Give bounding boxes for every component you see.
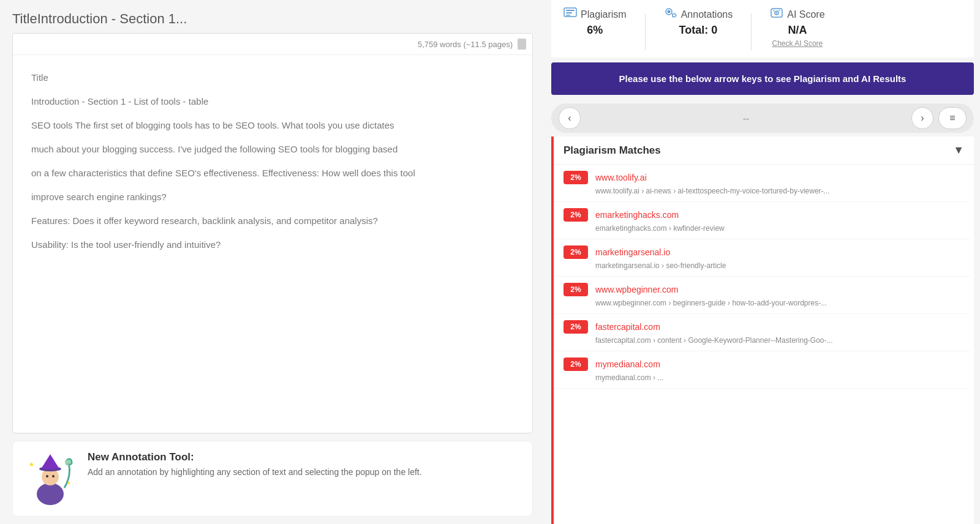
plagiarism-value: 6% (587, 24, 603, 37)
annotations-header: Annotations (664, 7, 733, 21)
annotations-icon (664, 7, 677, 21)
doc-toolbar: 5,759 words (~11.5 pages) (13, 34, 532, 55)
match-path-2: marketingarsenal.io › seo-friendly-artic… (564, 261, 960, 270)
match-path-5: mymedianal.com › ... (564, 373, 960, 382)
left-panel: TitleIntroduction - Section 1... 5,759 w… (0, 0, 545, 524)
annotation-text-block: New Annotation Tool: Add an annotation b… (88, 451, 422, 477)
match-badge-1: 2% (564, 208, 588, 222)
match-badge-2: 2% (564, 245, 588, 259)
ai-score-value: N/A (788, 24, 807, 37)
matches-header: Plagiarism Matches ▼ (554, 137, 974, 165)
match-badge-3: 2% (564, 283, 588, 296)
match-url-1[interactable]: emarketinghacks.com (595, 210, 679, 220)
match-item[interactable]: 2% fastercapital.com fastercapital.com ›… (554, 314, 970, 351)
match-item[interactable]: 2% marketingarsenal.io marketingarsenal.… (554, 239, 970, 277)
ai-score-header: AI Score (770, 7, 824, 21)
match-url-5[interactable]: mymedianal.com (595, 359, 660, 369)
match-url-4[interactable]: fastercapital.com (595, 322, 660, 332)
ai-score-icon (770, 7, 783, 21)
plagiarism-stat: Plagiarism 6% (564, 7, 627, 37)
prev-button[interactable]: ‹ (559, 107, 581, 129)
svg-text:✦: ✦ (67, 481, 71, 486)
match-item[interactable]: 2% www.wpbeginner.com www.wpbeginner.com… (554, 277, 970, 314)
match-badge-0: 2% (564, 171, 588, 184)
match-path-3: www.wpbeginner.com › beginners-guide › h… (564, 299, 960, 307)
match-path-1: emarketinghacks.com › kwfinder-review (564, 224, 960, 233)
doc-line-1: Title (31, 67, 514, 88)
annotations-label: Annotations (681, 9, 733, 20)
plagiarism-header: Plagiarism (564, 7, 627, 21)
matches-container: Plagiarism Matches ▼ 2% www.toolify.ai w… (551, 137, 974, 524)
matches-dropdown-icon[interactable]: ▼ (953, 144, 964, 157)
nav-menu-button[interactable]: ≡ (938, 107, 967, 129)
match-badge-4: 2% (564, 320, 588, 334)
doc-line-2: Introduction - Section 1 - List of tools… (31, 91, 514, 111)
svg-rect-12 (566, 15, 570, 16)
document-editor: 5,759 words (~11.5 pages) Title Introduc… (12, 33, 533, 433)
doc-line-7: Features: Does it offer keyword research… (31, 211, 514, 231)
stat-divider-1 (645, 13, 646, 50)
right-panel: Plagiarism 6% Annotations Total (545, 0, 980, 524)
svg-rect-11 (566, 12, 572, 13)
match-path-0: www.toolify.ai › ai-news › ai-texttospee… (564, 187, 960, 195)
word-count: 5,759 words (~11.5 pages) (418, 40, 513, 49)
annotation-description: Add an annotation by highlighting any se… (88, 467, 422, 477)
match-url-0[interactable]: www.toolify.ai (595, 173, 647, 182)
plagiarism-label: Plagiarism (581, 9, 627, 20)
svg-marker-3 (41, 454, 59, 469)
match-url-3[interactable]: www.wpbeginner.com (595, 285, 678, 294)
annotation-box: ★ ✦ New Annotation Tool: Add an annotati… (12, 441, 533, 517)
wizard-illustration: ★ ✦ (23, 451, 78, 506)
navigation-row: ‹ -- › ≡ (551, 103, 974, 133)
check-ai-score-link[interactable]: Check AI Score (772, 39, 823, 48)
svg-text:★: ★ (29, 461, 34, 468)
plagiarism-icon (564, 7, 577, 21)
annotations-value: Total: 0 (679, 24, 718, 37)
match-item[interactable]: 2% mymedianal.com mymedianal.com › ... (554, 351, 970, 389)
document-content[interactable]: Title Introduction - Section 1 - List of… (13, 55, 532, 433)
svg-point-0 (37, 483, 64, 505)
doc-line-4: much about your blogging success. I've j… (31, 139, 514, 159)
nav-counter: -- (586, 113, 907, 124)
match-path-4: fastercapital.com › content › Google-Key… (564, 336, 960, 345)
stat-divider-2 (751, 13, 752, 50)
next-button[interactable]: › (911, 107, 933, 129)
match-url-2[interactable]: marketingarsenal.io (595, 247, 670, 257)
matches-title: Plagiarism Matches (564, 144, 661, 157)
instruction-banner: Please use the below arrow keys to see P… (551, 62, 974, 95)
svg-point-17 (776, 12, 777, 13)
doc-line-6: improve search engine rankings? (31, 187, 514, 207)
matches-panel-wrapper: Plagiarism Matches ▼ 2% www.toolify.ai w… (551, 137, 974, 524)
toolbar-scroll-icon (518, 39, 526, 50)
doc-line-3: SEO tools The first set of blogging tool… (31, 115, 514, 135)
match-item[interactable]: 2% emarketinghacks.com emarketinghacks.c… (554, 202, 970, 239)
matches-list[interactable]: 2% www.toolify.ai www.toolify.ai › ai-ne… (554, 165, 974, 524)
annotations-stat: Annotations Total: 0 (664, 7, 733, 37)
document-title: TitleIntroduction - Section 1... (0, 0, 545, 33)
doc-line-5: on a few characteristics that define SEO… (31, 163, 514, 183)
svg-rect-10 (566, 10, 575, 11)
match-badge-5: 2% (564, 357, 588, 371)
stats-row: Plagiarism 6% Annotations Total (551, 0, 974, 58)
svg-point-5 (52, 475, 55, 477)
annotation-title: New Annotation Tool: (88, 451, 422, 463)
ai-score-label: AI Score (787, 9, 824, 20)
svg-point-14 (667, 10, 670, 13)
doc-line-8: Usability: Is the tool user-friendly and… (31, 234, 514, 255)
match-item[interactable]: 2% www.toolify.ai www.toolify.ai › ai-ne… (554, 165, 970, 202)
ai-score-stat: AI Score N/A Check AI Score (770, 7, 824, 48)
svg-point-4 (46, 475, 48, 477)
